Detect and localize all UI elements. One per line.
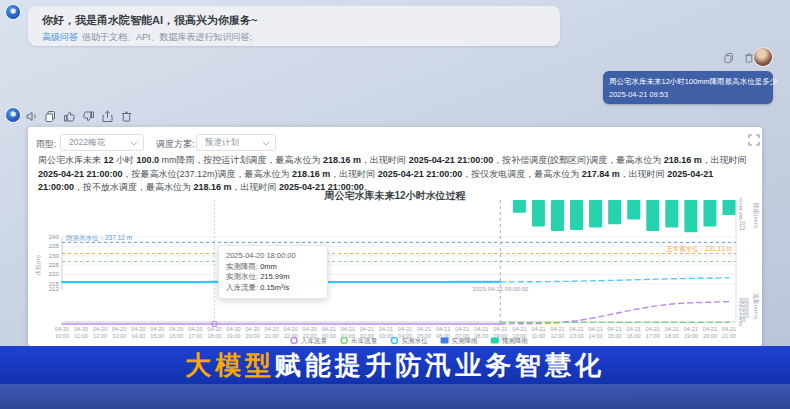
svg-text:235: 235 — [49, 242, 60, 249]
svg-text:04-21: 04-21 — [360, 326, 374, 332]
svg-text:降雨(mm): 降雨(mm) — [753, 203, 760, 228]
svg-text:17:00: 17:00 — [646, 333, 660, 339]
svg-text:防洪高水位：237.12 m: 防洪高水位：237.12 m — [66, 234, 132, 242]
user-message-actions — [723, 52, 755, 64]
svg-text:出库流量: 出库流量 — [351, 337, 378, 345]
svg-text:11:00: 11:00 — [532, 333, 546, 339]
tooltip-time: 2025-04-20 18:00:00 — [226, 251, 320, 262]
svg-text:16:00: 16:00 — [169, 333, 183, 339]
svg-text:04-21: 04-21 — [322, 326, 336, 332]
svg-text:实测降雨: 实测降雨 — [452, 337, 479, 345]
result-card: 雨型: 2022梅花 调度方案: 预泄计划 周公宅水库未来 12 小时 100.… — [28, 127, 762, 346]
svg-text:04-21: 04-21 — [722, 326, 736, 332]
svg-text:正常蓄水位：231.13 m: 正常蓄水位：231.13 m — [666, 245, 732, 252]
svg-text:04-20: 04-20 — [226, 326, 240, 332]
banner: 大模型赋能提升防汛业务智慧化 — [0, 346, 790, 384]
svg-text:2025-04-21 09:00:00: 2025-04-21 09:00:00 — [472, 286, 528, 292]
svg-text:15:00: 15:00 — [608, 333, 622, 339]
svg-text:04-21: 04-21 — [703, 326, 717, 332]
svg-text:水位(m): 水位(m) — [35, 255, 41, 276]
answer-toolbar — [25, 110, 133, 123]
svg-text:流量(m³/s): 流量(m³/s) — [752, 293, 759, 320]
svg-text:04-21: 04-21 — [512, 326, 526, 332]
user-message-text: 周公宅水库未来12小时100mm降雨最高水位是多少 — [609, 76, 767, 87]
banner-text: 赋能提升防汛业务智慧化 — [275, 348, 605, 383]
svg-text:15:00: 15:00 — [150, 333, 164, 339]
svg-text:04-20: 04-20 — [93, 326, 107, 332]
svg-text:04-21: 04-21 — [684, 326, 698, 332]
svg-text:20:00: 20:00 — [246, 333, 260, 339]
svg-text:04-21: 04-21 — [474, 326, 488, 332]
svg-text:04-21: 04-21 — [550, 326, 564, 332]
user-avatar — [754, 48, 772, 66]
svg-text:220: 220 — [49, 270, 60, 277]
svg-text:19:00: 19:00 — [227, 333, 241, 339]
svg-text:04-21: 04-21 — [379, 326, 393, 332]
svg-text:04-20: 04-20 — [284, 326, 298, 332]
svg-text:14:00: 14:00 — [589, 333, 603, 339]
svg-text:12: 12 — [739, 225, 745, 231]
svg-text:04-20: 04-20 — [55, 326, 69, 332]
svg-text:225: 225 — [49, 261, 60, 268]
svg-text:13:00: 13:00 — [112, 333, 126, 339]
svg-text:04-21: 04-21 — [417, 326, 431, 332]
svg-text:04-20: 04-20 — [188, 326, 202, 332]
svg-text:04-21: 04-21 — [627, 326, 641, 332]
svg-text:230: 230 — [49, 252, 60, 259]
svg-text:04-20: 04-20 — [207, 326, 221, 332]
svg-text:18:00: 18:00 — [665, 333, 679, 339]
svg-text:0: 0 — [739, 321, 742, 327]
svg-text:04-21: 04-21 — [398, 326, 412, 332]
thumbs-up-icon[interactable] — [63, 110, 76, 123]
svg-text:21:00: 21:00 — [722, 333, 736, 339]
sound-icon[interactable] — [25, 110, 38, 123]
svg-text:240: 240 — [49, 233, 60, 240]
greeting-sub: 高级问答借助于文档、API、数据库表进行知识问答; — [42, 31, 252, 44]
svg-text:实测水位: 实测水位 — [401, 337, 428, 345]
svg-text:04-20: 04-20 — [150, 326, 164, 332]
footer-strip — [0, 384, 790, 409]
svg-text:04-21: 04-21 — [436, 326, 450, 332]
svg-text:20:00: 20:00 — [703, 333, 717, 339]
answer-avatar: ✱ — [6, 108, 20, 122]
banner-highlight: 大模型 — [185, 348, 275, 383]
ai-avatar: ✱ — [6, 5, 20, 19]
svg-text:04-21: 04-21 — [607, 326, 621, 332]
svg-text:04-21: 04-21 — [531, 326, 545, 332]
svg-text:03:00: 03:00 — [379, 333, 393, 339]
svg-text:04-21: 04-21 — [341, 326, 355, 332]
svg-text:14:00: 14:00 — [131, 333, 145, 339]
svg-text:13:00: 13:00 — [570, 333, 584, 339]
svg-text:04-20: 04-20 — [245, 326, 259, 332]
svg-text:04-20: 04-20 — [169, 326, 183, 332]
svg-text:04-21: 04-21 — [588, 326, 602, 332]
copy-icon[interactable] — [44, 110, 57, 123]
trash-icon[interactable] — [120, 110, 133, 123]
export-icon[interactable] — [101, 110, 114, 123]
copy-message-icon[interactable] — [723, 52, 735, 64]
chart[interactable]: 240235230225220215212水位(m)防洪高水位：237.12 m… — [28, 127, 762, 346]
svg-text:16:00: 16:00 — [627, 333, 641, 339]
svg-text:04-20: 04-20 — [303, 326, 317, 332]
svg-text:04-20: 04-20 — [74, 326, 88, 332]
user-message-bubble: 周公宅水库未来12小时100mm降雨最高水位是多少 2025-04-21 09:… — [603, 71, 773, 104]
tooltip: 2025-04-20 18:00:00 实测降雨: 0mm 实测水位: 215.… — [218, 245, 328, 299]
svg-text:12:00: 12:00 — [93, 333, 107, 339]
greeting-text: 你好，我是甬水院智能AI，很高兴为你服务~ — [42, 13, 257, 28]
svg-text:04-21: 04-21 — [455, 326, 469, 332]
svg-text:04-21: 04-21 — [646, 326, 660, 332]
svg-text:17:00: 17:00 — [188, 333, 202, 339]
thumbs-down-icon[interactable] — [82, 110, 95, 123]
svg-text:11:00: 11:00 — [74, 333, 88, 339]
screen: ✱ 你好，我是甬水院智能AI，很高兴为你服务~ 高级问答借助于文档、API、数据… — [0, 0, 790, 409]
svg-text:21:00: 21:00 — [265, 333, 279, 339]
svg-text:入库流量: 入库流量 — [301, 337, 328, 345]
svg-text:19:00: 19:00 — [684, 333, 698, 339]
svg-text:预测降雨: 预测降雨 — [502, 337, 529, 345]
svg-text:18:00: 18:00 — [207, 333, 221, 339]
svg-text:10:00: 10:00 — [55, 333, 69, 339]
svg-text:04-21: 04-21 — [665, 326, 679, 332]
svg-text:04-20: 04-20 — [264, 326, 278, 332]
user-message-time: 2025-04-21 09:53 — [609, 90, 767, 99]
qa-tag-desc: 借助于文档、API、数据库表进行知识问答; — [82, 32, 252, 42]
